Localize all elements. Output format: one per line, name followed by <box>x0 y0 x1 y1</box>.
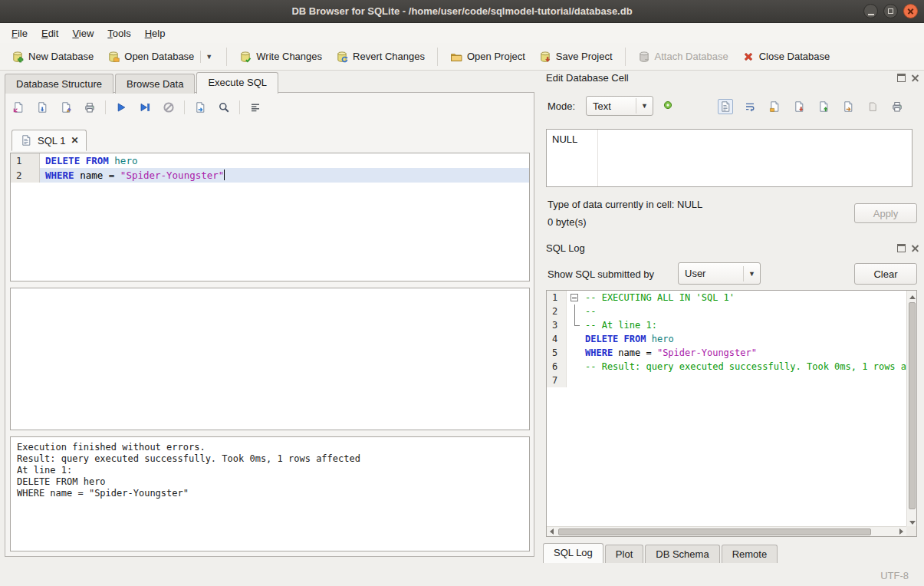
float-dock-icon[interactable] <box>897 244 906 252</box>
status-bar: UTF-8 <box>0 568 924 586</box>
open-results-in-tab-button[interactable] <box>192 99 209 116</box>
save-project-button[interactable]: Save Project <box>532 47 620 67</box>
stop-button[interactable] <box>160 99 177 116</box>
message-line: Execution finished without errors. <box>17 442 523 453</box>
results-grid[interactable] <box>10 288 530 430</box>
write-changes-button[interactable]: Write Changes <box>232 47 329 67</box>
set-null-button[interactable] <box>865 99 880 114</box>
code-line: 5WHERE name = "Spider-Youngster" <box>547 346 916 360</box>
cell-editor-area[interactable]: NULL <box>546 129 912 187</box>
toolbar-separator <box>625 48 626 66</box>
execute-all-button[interactable] <box>113 99 130 116</box>
dock-tab-sql-log[interactable]: SQL Log <box>543 543 603 563</box>
tab-browse-data[interactable]: Browse Data <box>115 74 195 94</box>
scroll-right-arrow[interactable] <box>896 527 906 537</box>
toolbar-separator <box>184 100 185 114</box>
cell-editor-icon-bar <box>718 99 905 114</box>
vertical-scrollbar[interactable] <box>906 291 916 526</box>
line-number: 1 <box>11 153 40 168</box>
revert-changes-button[interactable]: Revert Changes <box>329 47 432 67</box>
window-controls <box>863 4 918 18</box>
vscrollbar-thumb[interactable] <box>909 302 916 509</box>
scroll-down-arrow[interactable] <box>907 516 917 526</box>
menu-view[interactable]: View <box>65 25 100 42</box>
text-mode-icon <box>719 100 732 113</box>
open-results-in-tab-icon <box>194 101 206 114</box>
import-cell-data-button[interactable] <box>816 99 831 114</box>
print-cell-icon <box>891 100 903 113</box>
print-sql-button[interactable] <box>81 99 98 116</box>
log-filter-label: Show SQL submitted by <box>547 268 654 280</box>
close-database-button[interactable]: Close Database <box>735 47 837 67</box>
format-sql-button[interactable] <box>247 99 264 116</box>
save-cell-to-file-button[interactable] <box>791 99 807 114</box>
find-replace-button[interactable] <box>215 99 232 116</box>
encoding-indicator[interactable]: UTF-8 <box>880 570 909 581</box>
new-database-button[interactable]: New Database <box>5 47 100 67</box>
dock-tab-remote[interactable]: Remote <box>722 545 778 563</box>
execution-message-area[interactable]: Execution finished without errors.Result… <box>10 436 530 551</box>
title-bar[interactable]: DB Browser for SQLite - /home/user/code/… <box>0 0 924 23</box>
execute-current-line-button[interactable] <box>136 99 153 116</box>
export-cell-data-button[interactable] <box>840 99 856 114</box>
open-file-in-cell-icon <box>768 100 781 113</box>
scroll-left-arrow[interactable] <box>547 527 557 537</box>
menu-help[interactable]: Help <box>138 25 173 42</box>
maximize-icon <box>888 8 893 14</box>
tab-database-structure[interactable]: Database Structure <box>5 74 113 94</box>
float-dock-icon[interactable] <box>897 74 906 82</box>
sql-tab-bar: SQL 1 ✕ <box>12 128 87 151</box>
text-mode-toggle[interactable] <box>718 99 733 114</box>
save-sql-file-button[interactable] <box>34 99 51 116</box>
line-number: 7 <box>547 374 567 387</box>
toolbar-separator <box>226 48 227 66</box>
stop-icon <box>163 101 175 114</box>
toolbar-separator <box>239 100 240 114</box>
sql-log-view[interactable]: 1-- EXECUTING ALL IN 'SQL 1'2--3-- At li… <box>546 290 917 537</box>
menu-bar: FileEditViewToolsHelp <box>0 23 924 43</box>
close-sql-tab-icon[interactable]: ✕ <box>71 135 78 146</box>
find-replace-icon <box>218 101 230 114</box>
print-sql-icon <box>84 101 96 114</box>
maximize-button[interactable] <box>883 4 898 18</box>
minimize-button[interactable] <box>863 4 878 18</box>
save-sql-as-button[interactable] <box>58 99 74 116</box>
clear-log-button[interactable]: Clear <box>854 263 917 285</box>
code-line: 4DELETE FROM hero <box>547 332 916 346</box>
horizontal-scrollbar[interactable] <box>547 526 906 536</box>
open-project-button[interactable]: Open Project <box>443 47 532 67</box>
menu-tools[interactable]: Tools <box>100 25 137 42</box>
open-database-dropdown-icon[interactable]: ▼ <box>200 51 214 63</box>
close-dock-icon[interactable] <box>911 74 919 82</box>
scrollbar-corner <box>906 526 916 536</box>
close-dock-icon[interactable] <box>911 244 919 252</box>
dock-tab-plot[interactable]: Plot <box>605 545 643 563</box>
menu-file[interactable]: File <box>5 25 35 42</box>
open-sql-file-button[interactable] <box>10 99 27 116</box>
menu-edit[interactable]: Edit <box>35 25 65 42</box>
sql-editor[interactable]: 1DELETE FROM hero2WHERE name = "Spider-Y… <box>10 153 530 281</box>
close-button[interactable] <box>903 4 918 18</box>
hscrollbar-thumb[interactable] <box>558 528 871 535</box>
line-number: 2 <box>11 168 40 183</box>
line-number: 5 <box>547 346 567 360</box>
open-database-button[interactable]: Open Database▼ <box>100 47 221 67</box>
log-filter-select[interactable]: User ▼ <box>678 262 761 285</box>
chevron-down-icon: ▼ <box>743 266 760 281</box>
edit-cell-title: Edit Database Cell <box>546 72 629 84</box>
auto-apply-button[interactable] <box>660 97 676 113</box>
execute-sql-panel: SQL 1 ✕ 1DELETE FROM hero2WHERE name = "… <box>5 92 534 557</box>
scroll-up-arrow[interactable] <box>907 291 917 301</box>
fold-collapse-icon[interactable] <box>567 291 584 305</box>
sql-tab[interactable]: SQL 1 ✕ <box>12 130 87 151</box>
dock-tab-db-schema[interactable]: DB Schema <box>645 545 719 563</box>
open-database-icon <box>107 51 120 63</box>
open-file-in-cell-button[interactable] <box>767 99 782 114</box>
cell-size-text: 0 byte(s) <box>547 216 587 228</box>
print-cell-button[interactable] <box>889 99 905 114</box>
word-wrap-toggle[interactable] <box>742 99 758 114</box>
tab-execute-sql[interactable]: Execute SQL <box>196 72 278 94</box>
window-title: DB Browser for SQLite - /home/user/code/… <box>291 5 632 17</box>
line-number: 1 <box>547 291 567 305</box>
mode-select[interactable]: Text ▼ <box>586 96 653 116</box>
